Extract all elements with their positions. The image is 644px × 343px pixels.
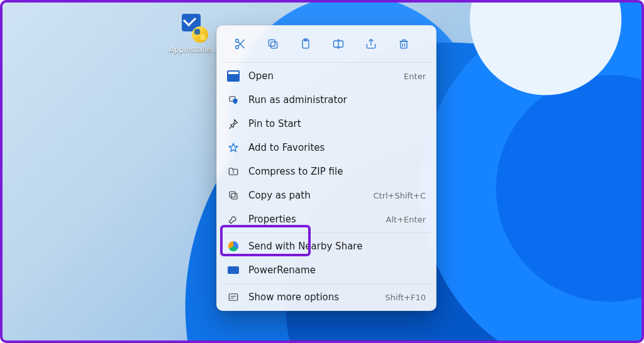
window-icon bbox=[227, 70, 240, 82]
menu-item-accelerator: Enter bbox=[404, 72, 426, 81]
svg-rect-19 bbox=[230, 192, 235, 197]
menu-item-label: PowerRename bbox=[248, 264, 426, 276]
scissors-icon bbox=[234, 38, 247, 50]
rename-button[interactable] bbox=[326, 33, 350, 55]
desktop-file[interactable]: AppInstalle... bbox=[167, 14, 220, 54]
menu-item-label: Copy as path bbox=[248, 190, 364, 201]
shield-icon bbox=[227, 94, 240, 106]
share-button[interactable] bbox=[359, 33, 383, 55]
pin-icon bbox=[227, 117, 240, 130]
desktop-background: AppInstalle... OpenEnterRun as bbox=[0, 0, 644, 343]
menu-item-nearby-share[interactable]: Send with Nearby Share bbox=[217, 234, 436, 258]
menu-item-label: Compress to ZIP file bbox=[248, 166, 426, 177]
menu-item-accelerator: Shift+F10 bbox=[386, 293, 426, 302]
menu-item-label: Open bbox=[248, 70, 395, 82]
star-icon bbox=[227, 141, 240, 154]
cut-button[interactable] bbox=[228, 33, 252, 55]
separator bbox=[222, 232, 431, 233]
menu-item-label: Add to Favorites bbox=[248, 142, 426, 153]
menu-item-label: Show more options bbox=[248, 291, 377, 303]
menu-item-accelerator: Alt+Enter bbox=[386, 215, 426, 224]
context-menu: OpenEnterRun as administratorPin to Star… bbox=[216, 25, 436, 311]
paste-button[interactable] bbox=[294, 33, 318, 55]
menu-item-show-more[interactable]: Show more optionsShift+F10 bbox=[217, 285, 436, 309]
copy-path-icon bbox=[227, 189, 240, 202]
more-options-icon bbox=[227, 291, 240, 303]
delete-button[interactable] bbox=[392, 33, 416, 55]
menu-item-copy-path[interactable]: Copy as pathCtrl+Shift+C bbox=[217, 183, 436, 207]
separator bbox=[222, 62, 431, 63]
menu-item-label: Properties bbox=[248, 214, 377, 225]
svg-rect-20 bbox=[231, 193, 237, 199]
svg-rect-5 bbox=[269, 40, 275, 46]
menu-item-open[interactable]: OpenEnter bbox=[217, 64, 436, 88]
separator bbox=[222, 283, 431, 284]
menu-item-properties[interactable]: PropertiesAlt+Enter bbox=[217, 207, 436, 231]
menu-item-run-admin[interactable]: Run as administrator bbox=[217, 88, 436, 112]
svg-rect-21 bbox=[229, 294, 238, 301]
app-installer-icon bbox=[178, 14, 209, 43]
svg-point-1 bbox=[236, 46, 239, 49]
svg-rect-4 bbox=[271, 42, 277, 48]
menu-item-power-rename[interactable]: PowerRename bbox=[217, 258, 436, 282]
share-icon bbox=[365, 38, 377, 50]
menu-item-compress-zip[interactable]: Compress to ZIP file bbox=[217, 160, 436, 183]
copy-button[interactable] bbox=[261, 33, 285, 55]
svg-rect-10 bbox=[401, 41, 407, 48]
menu-item-label: Run as administrator bbox=[248, 94, 426, 106]
menu-item-accelerator: Ctrl+Shift+C bbox=[373, 191, 426, 200]
zip-folder-icon bbox=[227, 165, 240, 178]
menu-item-label: Send with Nearby Share bbox=[248, 241, 426, 252]
svg-point-0 bbox=[236, 40, 239, 43]
clipboard-icon bbox=[299, 38, 312, 50]
wrench-icon bbox=[227, 213, 240, 226]
nearby-share-icon bbox=[227, 240, 240, 253]
menu-item-label: Pin to Start bbox=[248, 118, 426, 129]
rename-icon bbox=[332, 38, 345, 50]
svg-marker-15 bbox=[229, 143, 238, 151]
power-rename-icon bbox=[227, 264, 240, 276]
menu-item-pin-start[interactable]: Pin to Start bbox=[217, 112, 436, 136]
trash-icon bbox=[397, 38, 410, 50]
copy-icon bbox=[267, 38, 279, 50]
menu-item-add-favorites[interactable]: Add to Favorites bbox=[217, 136, 436, 160]
desktop-file-label: AppInstalle... bbox=[167, 45, 220, 54]
quick-actions-row bbox=[217, 30, 436, 61]
